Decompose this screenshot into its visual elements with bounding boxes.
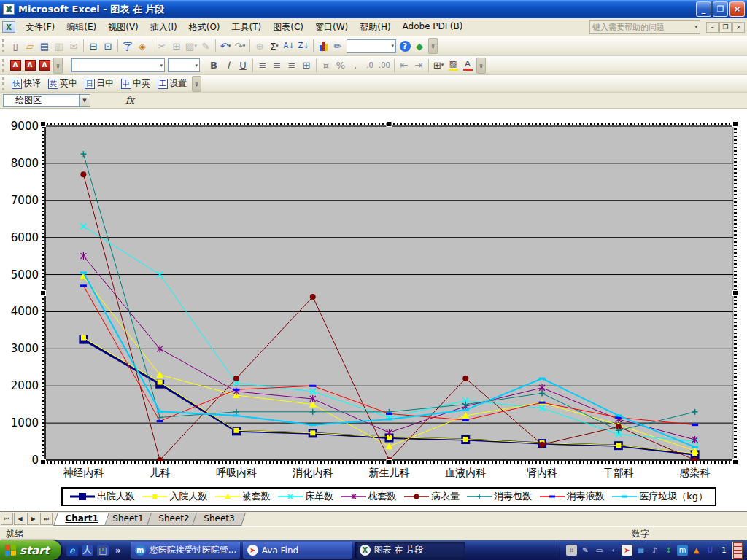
fill-color-icon[interactable]: ▨ [446, 58, 460, 73]
quick-launch-more[interactable]: » [112, 545, 124, 556]
chart-wizard-icon[interactable] [316, 39, 330, 53]
legend-item[interactable]: 消毒包数 [467, 490, 532, 503]
tray-count[interactable]: 1 [719, 545, 729, 556]
bold-icon[interactable]: B [206, 58, 221, 73]
decrease-decimal-icon[interactable]: .00 [377, 58, 392, 73]
u-icon[interactable]: U [705, 545, 716, 556]
kuaiyi-cn-en[interactable]: 中中英 [117, 77, 154, 90]
tab-first-button[interactable]: ⏮ [1, 513, 13, 525]
help-icon[interactable]: ? [398, 39, 412, 53]
chart-plot-area[interactable]: 0100020003000400050006000700080009000神经内… [0, 109, 747, 512]
font-color-icon[interactable]: A [460, 58, 475, 73]
toolbar-options-button[interactable]: ‗▾ [476, 58, 486, 74]
font-name-select[interactable]: ▾ [71, 58, 165, 72]
program-icon[interactable]: ◆ [412, 39, 427, 53]
toolbar-options-button[interactable]: ‗▾ [428, 38, 438, 54]
firewall-icon[interactable]: ▲ [691, 545, 702, 556]
font-size-select[interactable]: ▾ [168, 58, 200, 72]
zoom-select[interactable]: ▾ [347, 39, 396, 53]
legend-item[interactable]: 医疗垃圾（kg） [612, 490, 708, 503]
menu-item[interactable]: 格式(O) [183, 19, 226, 36]
menu-item[interactable]: 工具(T) [226, 19, 268, 36]
legend-item[interactable]: 枕套数 [341, 490, 397, 503]
chart-legend[interactable]: 出院人数入院人数被套数床单数枕套数病衣量消毒包数消毒液数医疗垃圾（kg） [61, 487, 716, 506]
align-center-icon[interactable]: ≡ [270, 58, 285, 73]
doc-close-button[interactable]: × [732, 22, 745, 33]
open-icon[interactable]: ▱ [23, 39, 37, 53]
pdf-email-icon[interactable]: A [23, 58, 37, 73]
kuaiyi-translate[interactable]: 快快译 [8, 77, 44, 90]
selection-handle[interactable] [41, 122, 46, 127]
volume-icon[interactable]: ♪ [649, 545, 660, 556]
toolband-icon[interactable]: ▭ [594, 545, 605, 556]
updown-icon[interactable]: ↕ [663, 545, 674, 556]
autosum-icon[interactable]: Σ▾ [267, 39, 282, 53]
merge-center-icon[interactable]: ⊞ [299, 58, 314, 73]
network-icon[interactable]: ▦ [635, 545, 646, 556]
print-icon[interactable]: ⊟ [86, 39, 101, 53]
selection-handle[interactable] [41, 291, 46, 296]
currency-style-icon[interactable]: ¤ [319, 58, 333, 73]
borders-icon[interactable]: ⊞▾ [431, 58, 446, 73]
undo-icon[interactable]: ↶▾ [218, 39, 233, 53]
name-box[interactable]: 绘图区 [3, 94, 79, 107]
start-button[interactable]: start [0, 540, 61, 560]
legend-item[interactable]: 床单数 [278, 490, 333, 503]
sheet-tab-chart1[interactable]: Chart1 [53, 513, 109, 526]
percent-style-icon[interactable]: % [333, 58, 348, 73]
tab-prev-button[interactable]: ◀ [14, 513, 26, 525]
selection-handle[interactable] [41, 460, 46, 465]
pdf-batch-icon[interactable]: A [37, 58, 52, 73]
save-icon[interactable]: ▤ [37, 39, 52, 53]
legend-item[interactable]: 消毒液数 [540, 490, 605, 503]
legend-item[interactable]: 病衣量 [404, 490, 460, 503]
align-left-icon[interactable]: ≡ [255, 58, 270, 73]
name-box-dropdown[interactable]: ▼ [79, 94, 90, 107]
tab-last-button[interactable]: ⏭ [40, 513, 53, 525]
selection-handle[interactable] [733, 291, 738, 296]
italic-icon[interactable]: I [221, 58, 236, 73]
menu-item[interactable]: 文件(F) [20, 19, 61, 36]
task-excel[interactable]: X图表 在 片段 [355, 542, 465, 559]
menu-item[interactable]: 窗口(W) [309, 19, 354, 36]
underline-icon[interactable]: U [236, 58, 250, 73]
menu-item[interactable]: Adobe PDF(B) [397, 19, 469, 36]
menu-item[interactable]: 帮助(H) [354, 19, 396, 36]
close-button[interactable]: × [729, 1, 745, 17]
sheet-tab-sheet3[interactable]: Sheet3 [192, 513, 246, 526]
minimize-button[interactable]: _ [696, 1, 711, 17]
legend-item[interactable]: 入院人数 [142, 490, 207, 503]
increase-decimal-icon[interactable]: .0 [363, 58, 377, 73]
ie-icon[interactable]: e [66, 545, 78, 556]
legend-item[interactable]: 出院人数 [70, 490, 135, 503]
fx-icon[interactable]: fx [125, 95, 134, 106]
selection-handle[interactable] [733, 460, 738, 465]
research-icon[interactable]: ◈ [135, 39, 150, 53]
menu-item[interactable]: 视图(V) [102, 19, 144, 36]
maxthon-icon[interactable]: m [677, 545, 688, 556]
restore-button[interactable]: ❐ [713, 1, 728, 17]
increase-indent-icon[interactable]: ⇥ [411, 58, 426, 73]
task-browser[interactable]: m您医院接受过医院管... [131, 542, 240, 559]
task-avafind[interactable]: ➤Ava Find [243, 542, 352, 559]
decrease-indent-icon[interactable]: ⇤ [397, 58, 411, 73]
doc-minimize-button[interactable]: – [706, 22, 719, 33]
menu-item[interactable]: 插入(I) [144, 19, 183, 36]
pen-icon[interactable]: ✎ [580, 545, 591, 556]
pdf-convert-icon[interactable]: A [8, 58, 23, 73]
drawing-icon[interactable]: ✏ [330, 39, 345, 53]
kuaiyi-jp-cn[interactable]: 日日中 [81, 77, 117, 90]
kuaiyi-settings[interactable]: 工设置 [154, 77, 190, 90]
launch-folder-icon[interactable]: ◰ [97, 545, 109, 556]
new-document-icon[interactable]: ▯ [8, 39, 23, 53]
menu-item[interactable]: 图表(C) [267, 19, 309, 36]
kuaiyi-en-cn[interactable]: 英英中 [44, 77, 81, 90]
print-preview-icon[interactable]: ⊡ [101, 39, 115, 53]
menu-item[interactable]: 编辑(E) [61, 19, 102, 36]
selection-handle[interactable] [387, 122, 392, 127]
tab-next-button[interactable]: ▶ [27, 513, 39, 525]
toolbar-options-button[interactable]: ‗▾ [53, 58, 63, 74]
avafind-tray-icon[interactable]: ➤ [622, 545, 632, 556]
messenger-icon[interactable]: 人 [82, 545, 93, 556]
align-right-icon[interactable]: ≡ [285, 58, 299, 73]
